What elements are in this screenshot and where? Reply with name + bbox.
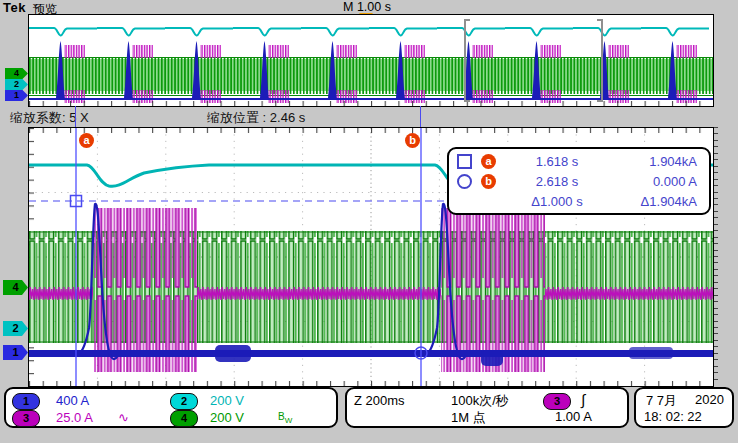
cursor-delta-readout-row: Δ1.000 s Δ1.904kA: [457, 194, 697, 209]
cursor-delta-amplitude: Δ1.904kA: [609, 194, 697, 209]
cursor-a-readout-row: a 1.618 s 1.904kA: [457, 154, 697, 169]
cursor-a-time: 1.618 s: [505, 154, 609, 169]
header-bar: Tek 预览 M 1.00 s: [0, 0, 738, 14]
channel-marker-ch1-main[interactable]: 1: [3, 345, 28, 360]
circle-cursor-icon: [457, 174, 472, 189]
cursor-b-time: 2.618 s: [505, 174, 609, 189]
channel-marker-ch2-overview[interactable]: 2: [5, 79, 28, 90]
bandwidth-limit-icon: BW: [278, 411, 292, 425]
overview-waveform-window: [28, 14, 714, 107]
datetime-panel: 7 7月 2020 18: 02: 22: [634, 387, 734, 428]
ch3-scale-readout: 25.0 A: [56, 410, 93, 425]
ch4-button[interactable]: 4: [170, 410, 198, 427]
ch2-button[interactable]: 2: [170, 393, 198, 410]
zoom-position-label: 缩放位置 : 2.46 s: [207, 109, 305, 127]
channel-marker-ch2-main[interactable]: 2: [3, 321, 28, 336]
year-readout: 2020: [695, 392, 724, 407]
channel-marker-ch4-main[interactable]: 4: [3, 280, 28, 295]
overview-plot: [29, 15, 713, 106]
record-length-readout: 1M 点: [451, 409, 486, 427]
cursor-a-amplitude: 1.904kA: [609, 154, 697, 169]
cursor-a-bar-segment: [75, 106, 76, 127]
ch3-button[interactable]: 3: [12, 410, 40, 427]
trigger-level-readout: 1.00 A: [555, 409, 592, 424]
trigger-source-button[interactable]: 3: [543, 393, 571, 410]
cursor-b-amplitude: 0.000 A: [609, 174, 697, 189]
zoom-factor-label: 缩放系数: 5 X: [10, 109, 89, 127]
cursor-readout-panel: a 1.618 s 1.904kA b 2.618 s 0.000 A Δ1.0…: [447, 147, 711, 215]
zoom-status-bar: 缩放系数: 5 X 缩放位置 : 2.46 s: [4, 107, 712, 126]
square-cursor-icon: [457, 154, 472, 169]
cursor-b-bar-segment: [420, 106, 421, 127]
tek-logo: Tek: [3, 0, 26, 15]
cursor-a-badge-small: a: [481, 154, 496, 169]
cursor-delta-time: Δ1.000 s: [505, 194, 609, 209]
right-tick-ruler: [714, 127, 718, 385]
sample-rate-readout: 100k次/秒: [451, 392, 509, 410]
ac-coupling-icon: ∿: [118, 410, 129, 425]
channel-marker-ch1-overview[interactable]: 1: [5, 90, 28, 101]
zoom-timebase-readout: Z 200ms: [354, 393, 405, 408]
date-readout: 7 7月: [646, 392, 677, 410]
trigger-slope-icon: ∫: [581, 391, 585, 408]
channel-scales-panel: 1 400 A 2 200 V 3 25.0 A ∿ 4 200 V BW: [4, 387, 338, 428]
cursor-b-badge[interactable]: b: [405, 133, 420, 148]
timebase-readout: M 1.00 s: [343, 0, 391, 14]
ch1-scale-readout: 400 A: [56, 393, 89, 408]
channel-marker-ch4-overview[interactable]: 4: [5, 68, 28, 79]
cursor-a-badge[interactable]: a: [79, 133, 94, 148]
acquisition-panel: Z 200ms 100k次/秒 1M 点 3 ∫ 1.00 A: [345, 387, 629, 428]
oscilloscope-screen: Tek 预览 M 1.00 s: [0, 0, 738, 443]
ch2-scale-readout: 200 V: [210, 393, 244, 408]
cursor-b-readout-row: b 2.618 s 0.000 A: [457, 174, 697, 189]
time-readout: 18: 02: 22: [644, 409, 702, 424]
ch4-scale-readout: 200 V: [210, 410, 244, 425]
cursor-b-badge-small: b: [481, 174, 496, 189]
ch1-button[interactable]: 1: [12, 393, 40, 410]
